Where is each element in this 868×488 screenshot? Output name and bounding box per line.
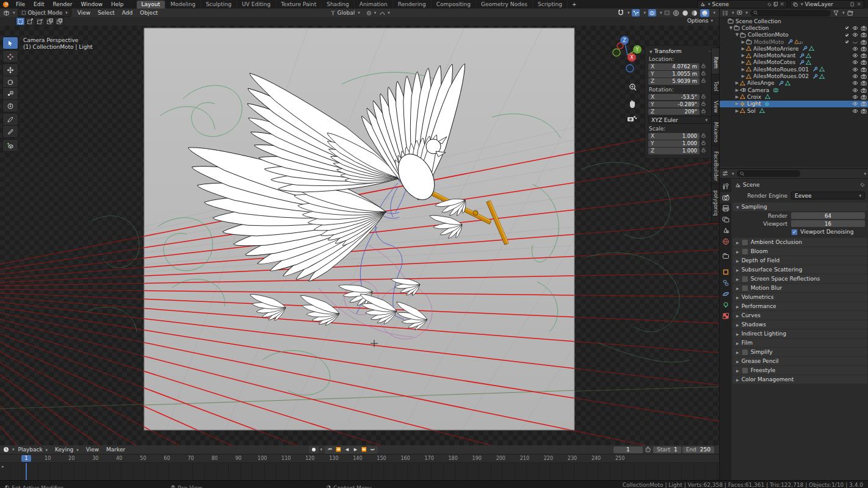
properties-tab-object[interactable] — [720, 267, 731, 278]
play-button[interactable]: ▶ — [352, 447, 360, 453]
properties-tab-tool[interactable] — [720, 181, 731, 192]
shading-material-icon[interactable] — [691, 10, 698, 16]
expander-icon[interactable]: ▼ — [734, 32, 740, 37]
close-viewlayer-icon[interactable]: ✕ — [856, 1, 861, 7]
lock-icon[interactable] — [701, 78, 706, 84]
playhead-label[interactable]: 1 — [21, 455, 31, 462]
panel-freestyle[interactable]: ▶ Freestyle — [732, 366, 867, 375]
timeline-menu-marker[interactable]: Marker — [103, 447, 129, 453]
jump-to-start-button[interactable]: ⏮ — [326, 447, 334, 453]
scale-z-field[interactable]: Z1.000 — [648, 148, 700, 154]
panel-volumetrics[interactable]: ▶ Volumetrics — [732, 293, 867, 301]
tool-select-box[interactable] — [2, 37, 18, 49]
rotation-mode-dropdown[interactable]: XYZ Euler▾ — [648, 116, 711, 124]
eye-toggle-icon[interactable] — [852, 88, 858, 93]
panel-checkbox[interactable] — [742, 276, 748, 282]
close-scene-icon[interactable]: ✕ — [779, 1, 784, 7]
expander-icon[interactable]: ▶ — [734, 101, 740, 106]
location-z-field[interactable]: Z5.9039 m — [648, 78, 700, 85]
options-dropdown[interactable]: Options▾ — [687, 18, 713, 24]
eye-toggle-icon[interactable] — [852, 46, 858, 51]
outliner-item-modelmoto[interactable]: ▶ModelMoto 27 — [720, 38, 868, 45]
orientation-dropdown[interactable]: Global▾ — [330, 10, 360, 16]
expander-icon[interactable]: ▶ — [734, 81, 740, 85]
playhead-line[interactable] — [26, 463, 27, 481]
expander-icon[interactable]: ▶ — [740, 60, 746, 65]
eye-toggle-icon[interactable] — [852, 101, 858, 106]
checkbox-toggle-icon[interactable] — [844, 39, 850, 45]
properties-tab-world[interactable] — [720, 236, 731, 247]
eye-toggle-icon[interactable] — [852, 32, 858, 37]
outliner-item-ailesmotoavant[interactable]: ▶AilesMotoAvant — [720, 52, 868, 59]
shading-solid-icon[interactable] — [682, 10, 689, 16]
auto-keying-record-icon[interactable] — [309, 446, 319, 453]
camera-toggle-icon[interactable] — [861, 67, 867, 72]
eyeclosed-toggle-icon[interactable] — [852, 40, 858, 45]
editor-type-icon[interactable] — [3, 10, 10, 16]
eye-toggle-icon[interactable] — [852, 74, 858, 79]
outliner-item-scene-collection[interactable]: Scene Collection — [720, 18, 868, 24]
tool-cursor[interactable] — [2, 50, 18, 63]
tool-move[interactable] — [2, 63, 18, 76]
camera-toggle-icon[interactable] — [861, 101, 867, 106]
new-collection-icon[interactable] — [847, 10, 853, 16]
workspace-tab-animation[interactable]: Animation — [355, 1, 393, 9]
prev-keyframe-button[interactable]: ⏪ — [335, 447, 342, 453]
outliner-item-croix[interactable]: ▶Croix — [720, 93, 868, 100]
menu-render[interactable]: Render — [49, 0, 77, 9]
jump-to-end-button[interactable]: ⏭ — [369, 447, 377, 453]
frame-end-field[interactable]: End 250 — [682, 447, 714, 453]
outliner-item-sol[interactable]: ▶Sol — [720, 107, 868, 114]
lock-icon[interactable] — [701, 63, 706, 70]
menu-help[interactable]: Help — [107, 0, 128, 9]
camera-toggle-icon[interactable] — [861, 74, 867, 79]
panel-film[interactable]: ▶ Film — [732, 339, 867, 347]
outliner-item-ailesmotocotes[interactable]: ▶AilesMotoCotes — [720, 59, 868, 66]
timeline-menu-playback[interactable]: Playback ▾ — [15, 447, 52, 453]
outliner-item-ailesange[interactable]: ▶AilesAnge — [720, 80, 868, 87]
tool-annotate[interactable] — [2, 113, 18, 126]
eye-toggle-icon[interactable] — [852, 109, 858, 113]
pivot-dropdown[interactable]: ▾ — [366, 10, 377, 16]
new-scene-icon[interactable] — [773, 2, 778, 7]
timeline-menu-view[interactable]: View — [82, 447, 103, 453]
tool-measure[interactable] — [2, 125, 18, 138]
pin-icon[interactable] — [860, 182, 865, 187]
frame-start-field[interactable]: Start 1 — [653, 447, 681, 453]
eye-toggle-icon[interactable] — [852, 95, 858, 99]
camera-toggle-icon[interactable] — [861, 32, 867, 37]
workspace-tab-layout[interactable]: Layout — [137, 1, 166, 9]
viewlayer-selector[interactable]: ▾ ViewLayer ✕ — [790, 0, 864, 9]
outliner-display-mode-icon[interactable] — [737, 10, 742, 16]
camera-toggle-icon[interactable] — [861, 40, 867, 45]
workspace-tab-geometry-nodes[interactable]: Geometry Nodes — [476, 1, 533, 9]
camera-toggle-icon[interactable] — [861, 46, 867, 51]
rotation-x-field[interactable]: X-53.5° — [648, 94, 700, 101]
rotation-z-field[interactable]: Z209° — [648, 109, 700, 115]
panel-subsurface-scattering[interactable]: ▶ Subsurface Scattering — [732, 265, 867, 274]
timeline-editor-icon[interactable] — [3, 447, 9, 453]
outliner-item-ailesmotoarriere[interactable]: ▶AilesMotoArriere — [720, 45, 868, 52]
transform-panel-header[interactable]: ▼ Transform ⋯ — [648, 48, 714, 54]
panel-checkbox[interactable] — [742, 285, 748, 292]
properties-tab-render[interactable] — [720, 192, 731, 203]
timeline-tracks[interactable]: ▸ — [0, 463, 719, 481]
outliner-item-collection[interactable]: ▼Collection — [720, 24, 868, 31]
lock-icon[interactable] — [701, 101, 706, 107]
workspace-tab-shading[interactable]: Shading — [322, 1, 355, 9]
lock-icon[interactable] — [701, 109, 706, 115]
panel-performance[interactable]: ▶ Performance — [732, 302, 867, 310]
new-viewlayer-icon[interactable] — [850, 2, 855, 7]
viewport-denoising-checkbox[interactable]: ✓ — [791, 229, 798, 235]
properties-tab-physics[interactable] — [720, 289, 731, 300]
expander-icon[interactable]: ▶ — [734, 88, 740, 93]
channels-expander-icon[interactable]: ▸ — [2, 464, 4, 469]
panel-checkbox[interactable] — [742, 349, 748, 356]
lock-icon[interactable] — [701, 133, 706, 139]
expander-icon[interactable]: ▶ — [734, 95, 740, 99]
properties-editor-icon[interactable] — [722, 171, 728, 176]
properties-tab-texture[interactable] — [720, 310, 731, 321]
select-mode-intersect[interactable] — [55, 17, 64, 26]
current-frame-field[interactable]: 1 — [613, 447, 643, 453]
workspace-tab-rendering[interactable]: Rendering — [393, 1, 432, 9]
